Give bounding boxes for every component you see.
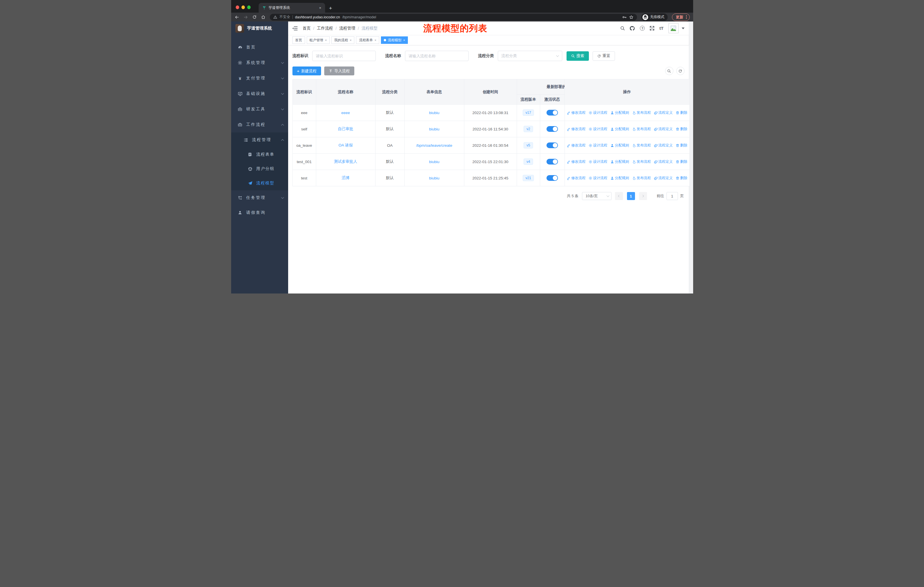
new-tab-icon[interactable]: + [329,5,332,11]
sidebar-item-system[interactable]: 系统管理 [231,55,288,71]
model-form-link[interactable]: biubiu [429,127,439,131]
tag-tenant[interactable]: 租户管理× [307,36,330,44]
page-number-1[interactable]: 1 [627,192,635,200]
sidebar-item-leave-query[interactable]: 请假查询 [231,205,288,220]
maximize-window-icon[interactable] [247,5,251,9]
help-icon[interactable]: ? [640,26,645,31]
sidebar-item-home[interactable]: 首页 [231,40,288,55]
model-name-link[interactable]: 测试多审批人 [334,159,357,164]
browser-tab[interactable]: 芋道管理系统 × [259,3,325,13]
search-button[interactable]: 搜索 [566,51,589,61]
breadcrumb-workflow[interactable]: 工作流程 [317,26,333,31]
browser-update-button[interactable]: 更新 [672,13,690,21]
fullscreen-icon[interactable] [650,26,655,31]
minimize-window-icon[interactable] [241,5,245,9]
action-edit-link[interactable]: 修改流程 [567,159,586,164]
reload-icon[interactable] [252,15,257,19]
action-delete-link[interactable]: 删除 [676,176,687,180]
search-icon[interactable] [620,26,625,31]
active-toggle[interactable] [546,142,558,148]
action-assign-link[interactable]: 分配规则 [610,176,629,180]
active-toggle[interactable] [546,175,558,181]
tag-my-process[interactable]: 我的流程× [332,36,354,44]
action-publish-link[interactable]: 发布流程 [632,127,651,132]
action-assign-link[interactable]: 分配规则 [610,159,629,164]
update-label[interactable]: 更新 [676,15,683,20]
collapse-sidebar-icon[interactable] [292,26,298,31]
action-edit-link[interactable]: 修改流程 [567,127,586,132]
action-definition-link[interactable]: 流程定义 [654,143,673,148]
action-definition-link[interactable]: 流程定义 [654,159,673,164]
forward-icon[interactable] [243,15,248,20]
sidebar-item-infra[interactable]: 基础设施 [231,86,288,101]
logo[interactable]: 芋道管理系统 [231,21,288,35]
reset-button[interactable]: 重置 [592,51,615,61]
action-publish-link[interactable]: 发布流程 [632,143,651,148]
action-design-link[interactable]: 设计流程 [589,159,607,164]
tag-close-icon[interactable]: × [375,38,376,42]
sidebar-item-task-mgmt[interactable]: 任务管理 [231,190,288,205]
action-definition-link[interactable]: 流程定义 [654,127,673,132]
model-name-link[interactable]: eeee [341,111,350,115]
action-design-link[interactable]: 设计流程 [589,110,607,115]
model-name-link[interactable]: 滔博 [342,176,350,180]
active-toggle[interactable] [546,126,558,132]
process-category-select[interactable]: 流程分类 [498,51,562,61]
active-toggle[interactable] [546,159,558,165]
action-design-link[interactable]: 设计流程 [589,143,607,148]
security-label[interactable]: 不安全 [280,15,290,20]
model-form-link[interactable]: biubiu [429,160,439,164]
sidebar-item-process-form[interactable]: 流程表单 [231,147,288,162]
tab-close-icon[interactable]: × [318,6,322,10]
action-delete-link[interactable]: 删除 [676,143,687,148]
action-publish-link[interactable]: 发布流程 [632,159,651,164]
font-size-icon[interactable]: tT [659,26,663,31]
home-icon[interactable] [261,15,266,20]
action-assign-link[interactable]: 分配规则 [610,143,629,148]
sidebar-item-process-model[interactable]: 流程模型 [231,176,288,190]
tag-close-icon[interactable]: × [350,38,351,42]
action-design-link[interactable]: 设计流程 [589,176,607,180]
action-edit-link[interactable]: 修改流程 [567,143,586,148]
tag-home[interactable]: 首页 [292,36,305,44]
create-process-button[interactable]: + 新建流程 [292,66,322,75]
action-definition-link[interactable]: 流程定义 [654,176,673,180]
show-search-icon[interactable] [665,67,673,75]
action-assign-link[interactable]: 分配规则 [610,110,629,115]
action-delete-link[interactable]: 删除 [676,159,687,164]
sidebar-item-workflow[interactable]: 工作流程 [231,117,288,132]
active-toggle[interactable] [546,110,558,116]
back-icon[interactable] [234,15,239,20]
sidebar-item-process-mgmt[interactable]: 流程管理 [231,132,288,147]
address-bar[interactable]: 不安全 dashboard.yudao.iocoder.cn/bpm/manag… [270,14,637,21]
import-process-button[interactable]: 导入流程 [324,66,354,75]
model-form-link[interactable]: biubiu [429,111,439,115]
sidebar-item-user-group[interactable]: 用户分组 [231,162,288,176]
model-name-link[interactable]: 自己审批 [338,127,353,131]
menu-dots-icon[interactable] [686,15,687,19]
action-assign-link[interactable]: 分配规则 [610,127,629,132]
model-form-link[interactable]: biubiu [429,176,439,180]
key-icon[interactable] [622,15,627,20]
tag-close-icon[interactable]: × [403,38,405,42]
action-publish-link[interactable]: 发布流程 [632,176,651,180]
model-form-link[interactable]: /bpm/oa/leave/create [416,143,452,147]
breadcrumb-process-mgmt[interactable]: 流程管理 [339,26,355,31]
window-controls[interactable] [231,5,256,13]
bookmark-star-icon[interactable] [629,15,634,20]
next-page-button[interactable] [639,192,647,200]
page-size-select[interactable]: 10条/页 [582,192,612,200]
goto-page-input[interactable] [667,192,678,200]
tag-process-form[interactable]: 流程表单× [356,36,379,44]
action-edit-link[interactable]: 修改流程 [567,110,586,115]
prev-page-button[interactable] [615,192,623,200]
process-key-input[interactable] [312,51,376,61]
action-publish-link[interactable]: 发布流程 [632,110,651,115]
avatar-caret-icon[interactable] [682,28,685,29]
github-icon[interactable] [630,26,635,31]
close-window-icon[interactable] [236,5,239,9]
process-name-input[interactable] [405,51,469,61]
action-delete-link[interactable]: 删除 [676,127,687,132]
tag-process-model[interactable]: 流程模型× [381,36,408,44]
refresh-table-icon[interactable] [676,67,685,75]
